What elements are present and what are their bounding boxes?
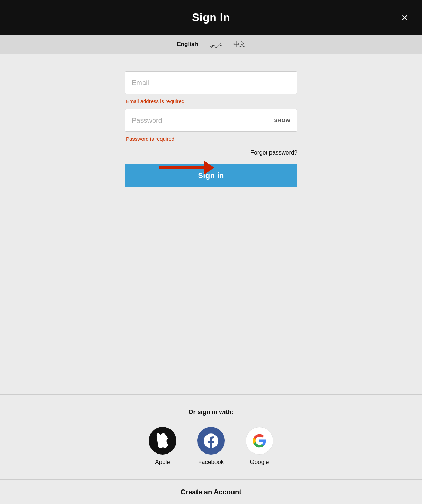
forgot-password-link[interactable]: Forgot password? — [250, 149, 297, 156]
social-icons-row: Apple Facebook Google — [149, 427, 273, 466]
form-container: Email address is required SHOW Password … — [125, 71, 297, 187]
google-icon — [252, 433, 267, 448]
language-bar: English عربي 中文 — [0, 35, 422, 54]
facebook-icon-circle — [197, 427, 225, 455]
google-signin-button[interactable]: Google — [246, 427, 273, 466]
svg-marker-3 — [204, 161, 214, 175]
main-content: Email address is required SHOW Password … — [0, 54, 422, 394]
email-input[interactable] — [125, 71, 297, 94]
apple-label: Apple — [155, 459, 170, 466]
close-button[interactable]: × — [401, 11, 408, 23]
lang-english[interactable]: English — [177, 41, 198, 48]
create-account-link[interactable]: Create an Account — [181, 488, 241, 496]
social-section: Or sign in with: Apple Facebook — [0, 395, 422, 479]
header-title: Sign In — [192, 11, 230, 24]
arrow-forgot-indicator — [159, 159, 214, 178]
footer-section: Create an Account — [0, 480, 422, 504]
apple-icon-circle — [149, 427, 176, 455]
apple-signin-button[interactable]: Apple — [149, 427, 176, 466]
facebook-label: Facebook — [198, 459, 224, 466]
header: Sign In × — [0, 0, 422, 35]
google-icon-circle — [246, 427, 273, 455]
google-label: Google — [250, 459, 269, 466]
facebook-icon — [204, 433, 218, 448]
forgot-password-row: Forgot password? — [125, 149, 297, 156]
show-password-button[interactable]: SHOW — [274, 118, 291, 123]
lang-chinese[interactable]: 中文 — [233, 40, 245, 48]
password-input-wrapper: SHOW — [125, 109, 297, 132]
email-input-wrapper — [125, 71, 297, 94]
apple-icon — [155, 433, 170, 448]
password-input[interactable] — [125, 109, 297, 132]
password-error-message: Password is required — [126, 136, 297, 142]
lang-arabic[interactable]: عربي — [209, 41, 222, 48]
facebook-signin-button[interactable]: Facebook — [197, 427, 225, 466]
email-error-message: Email address is required — [126, 98, 297, 104]
or-sign-in-text: Or sign in with: — [189, 409, 234, 416]
